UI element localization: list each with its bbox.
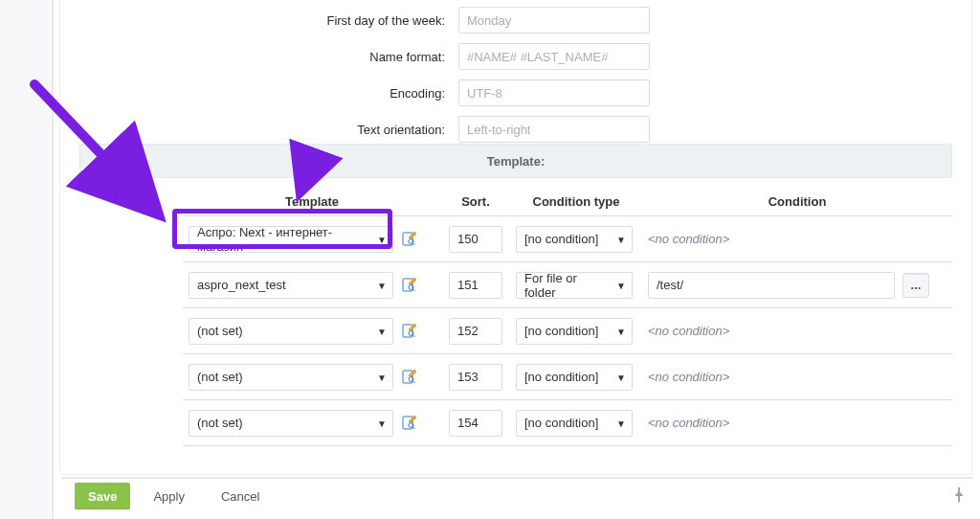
input-encoding[interactable]: UTF-8 [458,79,650,106]
chevron-down-icon: ▼ [616,234,626,244]
section-header-label: Template: [487,154,545,169]
condition-type-value: [no condition] [524,232,598,246]
pin-icon[interactable] [953,487,965,506]
cancel-button[interactable]: Cancel [208,483,273,509]
table-row: Аспро: Next - интернет-магазин▼150[no co… [183,216,952,262]
sort-input[interactable]: 151 [449,272,502,299]
sort-input[interactable]: 150 [449,226,502,253]
chevron-down-icon: ▼ [616,280,626,290]
chevron-down-icon: ▼ [377,372,387,382]
table-header: Template Sort. Condition type Condition [183,188,952,216]
edit-template-icon[interactable] [401,323,416,340]
th-sort: Sort. [441,191,510,213]
condition-type-value: [no condition] [524,370,598,384]
template-select-value: Аспро: Next - интернет-магазин [197,225,371,254]
section-header-template: Template: [79,144,952,178]
template-select[interactable]: aspro_next_test▼ [189,272,393,299]
table-row: (not set)▼153[no condition]▼<no conditio… [183,354,952,400]
edit-template-icon[interactable] [401,369,416,386]
label-orientation: Text orientation: [79,123,458,137]
apply-button[interactable]: Apply [140,483,198,509]
templates-table: Template Sort. Condition type Condition … [183,188,952,446]
no-condition-label: <no condition> [648,324,729,338]
template-select-value: (not set) [197,370,243,384]
th-template: Template [183,191,441,213]
cursor-icon [141,165,154,185]
chevron-down-icon: ▼ [616,417,626,428]
chevron-down-icon: ▼ [377,326,387,336]
chevron-down-icon: ▼ [616,372,626,382]
condition-type-select[interactable]: [no condition]▼ [516,410,633,437]
label-encoding: Encoding: [79,86,458,101]
sort-input[interactable]: 154 [449,410,502,437]
table-row: (not set)▼154[no condition]▼<no conditio… [183,400,952,446]
sort-input[interactable]: 152 [449,318,502,345]
chevron-down-icon: ▼ [377,417,387,428]
sort-input[interactable]: 153 [449,364,502,391]
condition-type-select[interactable]: [no condition]▼ [516,226,633,253]
th-condition-type: Condition type [510,191,642,213]
no-condition-label: <no condition> [648,416,729,430]
browse-button[interactable]: ... [902,273,929,298]
table-row: aspro_next_test▼151For file or folder▼/t… [183,262,952,308]
chevron-down-icon: ▼ [377,234,387,244]
edit-template-icon[interactable] [401,231,416,248]
input-orientation[interactable]: Left-to-right [458,116,650,143]
template-select[interactable]: (not set)▼ [189,410,393,437]
button-bar: Save Apply Cancel [61,477,972,513]
template-select[interactable]: Аспро: Next - интернет-магазин▼ [189,226,393,253]
settings-form: First day of the week: Monday Name forma… [60,0,971,149]
chevron-down-icon: ▼ [377,280,387,290]
condition-type-value: [no condition] [524,324,598,338]
condition-type-value: For file or folder [524,271,611,300]
input-weekday[interactable]: Monday [458,7,650,34]
template-select[interactable]: (not set)▼ [189,318,393,345]
condition-input[interactable]: /test/ [648,272,895,299]
edit-template-icon[interactable] [401,415,416,432]
condition-type-select[interactable]: For file or folder▼ [516,272,633,299]
condition-type-value: [no condition] [524,416,598,430]
template-select-value: aspro_next_test [197,278,286,292]
save-button[interactable]: Save [75,483,130,509]
no-condition-label: <no condition> [648,370,729,384]
no-condition-label: <no condition> [648,232,729,246]
chevron-down-icon: ▼ [616,326,626,336]
template-select-value: (not set) [197,324,243,338]
edit-template-icon[interactable] [401,277,416,294]
table-row: (not set)▼152[no condition]▼<no conditio… [183,308,952,354]
template-select-value: (not set) [197,416,243,430]
th-condition: Condition [642,191,952,213]
condition-type-select[interactable]: [no condition]▼ [516,318,633,345]
label-weekday: First day of the week: [79,13,458,28]
template-select[interactable]: (not set)▼ [189,364,393,391]
left-gutter [0,0,54,519]
condition-type-select[interactable]: [no condition]▼ [516,364,633,391]
settings-card: First day of the week: Monday Name forma… [59,0,972,475]
input-nameformat[interactable]: #NAME# #LAST_NAME# [458,43,650,70]
label-nameformat: Name format: [79,50,458,64]
